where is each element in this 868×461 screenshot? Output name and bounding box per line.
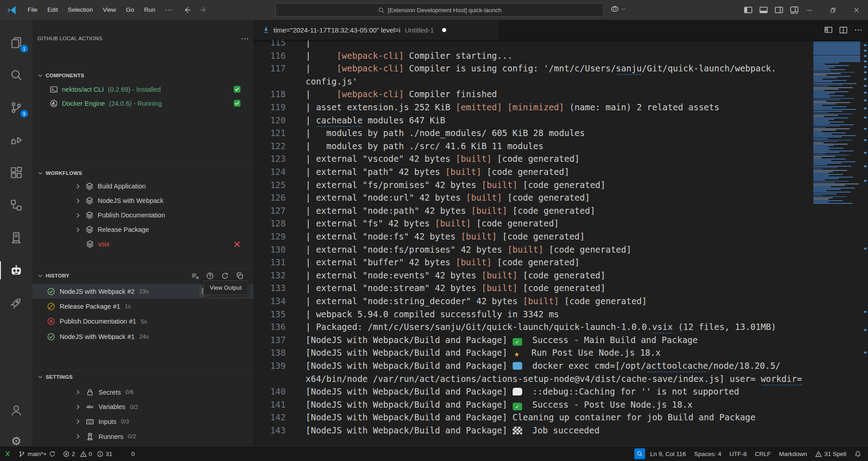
overview-ruler[interactable] [863, 40, 868, 446]
code-line[interactable]: 123| external "vscode" 42 bytes [built] … [254, 152, 868, 165]
eol-sequence-item[interactable]: CRLF [752, 448, 774, 460]
activity-item-source-control[interactable]: 9 [0, 97, 33, 118]
ports-item[interactable]: 0 [119, 448, 138, 460]
tab-untitled-1[interactable]: time="2024-11-17T18:32:43-05:00" level=i… [254, 20, 498, 40]
more-menus-icon[interactable] [165, 6, 172, 14]
code-line[interactable]: config.js' [254, 75, 868, 88]
code-line[interactable]: 133| external "node:stream" 42 bytes [bu… [254, 282, 868, 295]
activity-item-containers[interactable] [0, 227, 33, 249]
workflow-item-publish-documentation[interactable]: Publish Documentation [33, 208, 254, 222]
unsaved-changes-dot[interactable] [442, 28, 446, 32]
code-line[interactable]: 120| cacheable modules 647 KiB [254, 114, 868, 127]
toggle-panel-icon[interactable] [759, 5, 768, 14]
activity-item-github-local-actions[interactable] [0, 259, 33, 281]
workflow-item-nodejs-with-webpack[interactable]: NodeJS with Webpack [33, 193, 254, 208]
activity-item-extensions[interactable] [0, 162, 33, 183]
activity-item-explorer[interactable]: 1 [0, 32, 33, 53]
code-line[interactable]: 140[NodeJS with Webpack/Build and Packag… [254, 385, 868, 398]
menu-go[interactable]: Go [121, 4, 139, 16]
menu-edit[interactable]: Edit [42, 4, 63, 16]
menu-selection[interactable]: Selection [63, 4, 98, 16]
language-mode-item[interactable]: Markdown [776, 448, 810, 460]
activity-item-search[interactable] [0, 64, 33, 86]
command-center-search[interactable]: [Extension Development Host] quick-launc… [275, 3, 604, 17]
code-line[interactable]: 125| external "fs/promises" 42 bytes [bu… [254, 179, 868, 192]
workflows-section-header[interactable]: WORKFLOWS [33, 166, 254, 180]
code-line[interactable]: 128| external "fs" 42 bytes [built] [cod… [254, 217, 868, 230]
code-line[interactable]: 115| [254, 40, 868, 49]
code-line[interactable]: 119| asset extension.js 252 KiB [emitted… [254, 101, 868, 114]
menu-view[interactable]: View [98, 4, 121, 16]
activity-item-deploy[interactable] [0, 292, 33, 314]
minimap[interactable] [811, 40, 863, 446]
code-line[interactable]: 124| external "path" 42 bytes [built] [c… [254, 165, 868, 179]
navigate-back-icon[interactable] [183, 6, 191, 14]
code-line[interactable]: 117| [webpack-cli] Compiler is using con… [254, 62, 868, 75]
markdown-preview-icon[interactable] [824, 26, 833, 34]
editor-more-actions-icon[interactable] [854, 26, 863, 34]
settings-item-secrets[interactable]: Secrets0/6 [33, 385, 254, 400]
code-line[interactable]: 139[NodeJS with Webpack/Build and Packag… [254, 359, 868, 372]
code-line[interactable]: 116| [webpack-cli] Compiler starting... [254, 49, 868, 62]
history-item[interactable]: Release Package #11s [33, 299, 254, 314]
clear-history-icon[interactable] [191, 272, 199, 280]
code-line[interactable]: 142[NodeJS with Webpack/Build and Packag… [254, 411, 868, 424]
spell-checker-item[interactable]: 31 Spell [812, 448, 849, 460]
code-line[interactable]: 131| external "buffer" 42 bytes [built] … [254, 256, 868, 269]
code-line[interactable]: 121| modules by path ./node_modules/ 605… [254, 127, 868, 140]
settings-item-runners[interactable]: Runners0/2 [33, 429, 254, 444]
code-line[interactable]: 129| external "node:fs" 42 bytes [built]… [254, 230, 868, 243]
toggle-secondary-sidebar-icon[interactable] [774, 5, 783, 14]
menu-file[interactable]: File [23, 4, 42, 16]
remove-workflow-icon[interactable] [233, 240, 241, 248]
toggle-primary-sidebar-icon[interactable] [744, 5, 753, 14]
history-item[interactable]: NodeJS with Webpack #124s [33, 329, 254, 344]
code-line[interactable]: 118| [webpack-cli] Compiler finished [254, 88, 868, 101]
workflow-item-vsix[interactable]: vsix [33, 237, 254, 251]
settings-item-variables[interactable]: abcVariables0/2 [33, 400, 254, 414]
editor-content[interactable]: 115|116| [webpack-cli] Compiler starting… [254, 40, 868, 446]
activity-item-run-and-debug[interactable] [0, 129, 33, 151]
git-branch-item[interactable]: main*+ [15, 448, 59, 460]
code-line[interactable]: 130| external "node:fs/promises" 42 byte… [254, 243, 868, 256]
code-line[interactable]: 127| external "node:path" 42 bytes [buil… [254, 204, 868, 217]
navigate-forward-icon[interactable] [199, 6, 208, 14]
component-item[interactable]: nektos/act CLI (0.2.69) - Installed [33, 82, 254, 96]
code-line[interactable]: 135| webpack 5.94.0 compiled successfull… [254, 308, 868, 321]
refresh-icon[interactable] [221, 272, 229, 280]
notifications-item[interactable] [851, 448, 864, 460]
encoding-item[interactable]: UTF-8 [726, 448, 750, 460]
history-item[interactable]: Publish Documentation #15s [33, 314, 254, 329]
code-line[interactable]: 134| external "node:string_decoder" 42 b… [254, 295, 868, 308]
remote-indicator[interactable] [1, 448, 14, 460]
workflow-item-build-application[interactable]: Build Application [33, 179, 254, 193]
code-line[interactable]: 137[NodeJS with Webpack/Build and Packag… [254, 334, 868, 347]
sidebar-more-actions-icon[interactable]: ⋯ [241, 34, 249, 43]
duplicate-icon[interactable] [236, 272, 244, 280]
restore-button[interactable] [821, 0, 844, 20]
help-icon[interactable] [206, 272, 214, 280]
activity-item-remote-explorer[interactable] [0, 194, 33, 216]
indentation-item[interactable]: Spaces: 4 [691, 448, 724, 460]
components-section-header[interactable]: COMPONENTS [33, 69, 254, 82]
code-line[interactable]: 122| modules by path ./src/ 41.6 KiB 11 … [254, 140, 868, 153]
close-button[interactable] [844, 0, 868, 20]
code-line[interactable]: 136| Packaged: /mnt/c/Users/sanju/Git/qu… [254, 320, 868, 334]
menu-run[interactable]: Run [139, 4, 160, 16]
settings-item-inputs[interactable]: Inputs0/3 [33, 414, 254, 429]
code-line[interactable]: 126| external "node:url" 42 bytes [built… [254, 191, 868, 204]
settings-section-header[interactable]: SETTINGS [33, 370, 254, 384]
code-line[interactable]: 138[NodeJS with Webpack/Build and Packag… [254, 346, 868, 359]
code-line[interactable]: x64/bin/node /var/run/act/actions/action… [254, 372, 868, 386]
component-item[interactable]: Docker Engine (24.0.6) - Running [33, 96, 254, 110]
split-editor-icon[interactable] [839, 26, 848, 34]
activity-item-accounts[interactable] [0, 400, 33, 421]
cursor-position-item[interactable]: Ln 9, Col 116 [647, 448, 689, 460]
minimize-button[interactable] [797, 0, 821, 20]
copilot-menu[interactable] [610, 5, 626, 14]
problems-item[interactable]: 2 0 31 [60, 448, 118, 460]
workflow-item-release-package[interactable]: Release Package [33, 222, 254, 237]
zoom-status-item[interactable] [634, 448, 645, 459]
code-line[interactable]: 132| external "node:events" 42 bytes [bu… [254, 269, 868, 282]
code-line[interactable]: 141[NodeJS with Webpack/Build and Packag… [254, 398, 868, 411]
